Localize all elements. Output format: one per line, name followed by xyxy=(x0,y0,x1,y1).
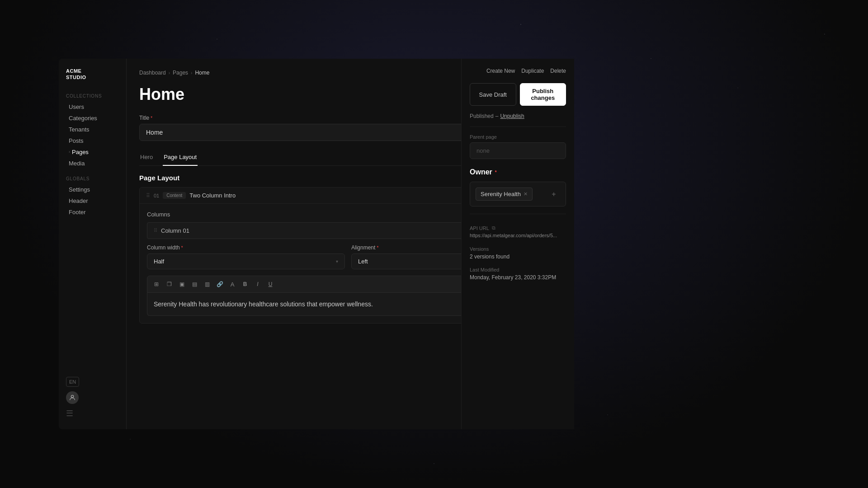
chevron-down-icon: ▾ xyxy=(336,259,338,264)
status-line: Published – Unpublish xyxy=(470,113,566,119)
create-new-link[interactable]: Create New xyxy=(486,68,515,74)
menu-icon[interactable]: ☰ xyxy=(66,408,79,418)
divider-1 xyxy=(470,127,566,127)
toolbar-btn-bold[interactable]: B xyxy=(240,279,250,290)
toolbar-btn-link[interactable]: 🔗 xyxy=(214,279,225,290)
sidebar-bottom: EN ☰ xyxy=(66,377,79,418)
divider-2 xyxy=(470,214,566,214)
versions-count: 2 versions found xyxy=(470,253,566,260)
api-url-value: https://api.metalgear.com/api/orders/5..… xyxy=(470,233,566,238)
sidebar-item-header[interactable]: Header xyxy=(66,195,119,206)
owner-tag: Serenity Health ✕ xyxy=(476,188,533,201)
publish-changes-button[interactable]: Publish changes xyxy=(520,83,566,106)
sidebar-item-tenants[interactable]: Tenants xyxy=(66,124,119,135)
delete-link[interactable]: Delete xyxy=(550,68,566,74)
toolbar-btn-italic[interactable]: I xyxy=(252,279,263,290)
collections-label: Collections xyxy=(66,94,119,99)
breadcrumb-dashboard[interactable]: Dashboard xyxy=(139,70,166,76)
top-actions: Create New Duplicate Delete xyxy=(470,68,566,74)
add-owner-button[interactable]: + xyxy=(547,188,560,201)
toolbar-btn-aa[interactable]: A xyxy=(227,279,238,290)
unpublish-link[interactable]: Unpublish xyxy=(500,113,524,119)
duplicate-link[interactable]: Duplicate xyxy=(521,68,544,74)
toolbar-btn-4[interactable]: ▤ xyxy=(189,279,200,290)
block-type: Content xyxy=(163,192,186,199)
tab-hero[interactable]: Hero xyxy=(139,150,154,166)
sidebar: ACME STUDIO Collections Users Categories… xyxy=(59,59,127,429)
copy-icon[interactable]: ⧉ xyxy=(492,225,495,231)
owner-section: Owner * Serenity Health ✕ + xyxy=(470,168,566,206)
column-drag-icon[interactable]: ⠿ xyxy=(154,228,157,234)
toolbar-btn-3[interactable]: ▣ xyxy=(176,279,187,290)
breadcrumb-sep-1: › xyxy=(169,70,170,75)
sidebar-item-media[interactable]: Media xyxy=(66,158,119,169)
column-name: Column 01 xyxy=(161,227,189,234)
sidebar-item-settings[interactable]: Settings xyxy=(66,184,119,195)
versions-section: Versions 2 versions found xyxy=(470,246,566,260)
globals-label: Globals xyxy=(66,176,119,181)
chevron-right-icon: › xyxy=(69,150,70,154)
block-number: 01 xyxy=(154,193,159,198)
owner-title: Owner * xyxy=(470,168,566,176)
right-panel: Create New Duplicate Delete Save Draft P… xyxy=(461,59,574,429)
column-width-group: Column width * Half ▾ xyxy=(147,244,345,269)
api-url-label: API URL ⧉ xyxy=(470,225,566,231)
owner-tag-close-icon[interactable]: ✕ xyxy=(524,191,528,197)
owner-box: Serenity Health ✕ + xyxy=(470,182,566,206)
breadcrumb-sep-2: › xyxy=(191,70,192,75)
svg-point-0 xyxy=(71,395,73,398)
save-draft-button[interactable]: Save Draft xyxy=(470,83,516,106)
logo: ACME STUDIO xyxy=(66,68,119,81)
versions-label: Versions xyxy=(470,246,566,252)
sidebar-item-categories[interactable]: Categories xyxy=(66,113,119,124)
logo-area: ACME STUDIO xyxy=(66,68,119,81)
last-modified-value: Monday, February 23, 2020 3:32PM xyxy=(470,274,566,281)
sidebar-item-pages[interactable]: › Pages xyxy=(66,146,119,158)
parent-page-input[interactable]: none xyxy=(470,142,566,159)
breadcrumb-current: Home xyxy=(195,70,209,76)
user-avatar[interactable] xyxy=(66,391,79,404)
language-badge[interactable]: EN xyxy=(66,377,79,387)
sidebar-item-users[interactable]: Users xyxy=(66,101,119,113)
column-width-label: Column width * xyxy=(147,244,345,251)
action-buttons: Save Draft Publish changes xyxy=(470,83,566,106)
owner-required-star: * xyxy=(495,170,497,175)
toolbar-btn-1[interactable]: ⊞ xyxy=(151,279,162,290)
toolbar-btn-2[interactable]: ❒ xyxy=(164,279,175,290)
breadcrumb-pages[interactable]: Pages xyxy=(173,70,188,76)
parent-page-label: Parent page xyxy=(470,134,566,140)
block-name: Two Column Intro xyxy=(189,192,236,199)
toolbar-btn-5[interactable]: ▥ xyxy=(202,279,212,290)
sidebar-item-posts[interactable]: Posts xyxy=(66,135,119,146)
required-star: * xyxy=(151,116,152,121)
tab-page-layout[interactable]: Page Layout xyxy=(163,150,198,166)
toolbar-btn-underline[interactable]: U xyxy=(265,279,276,290)
sidebar-item-footer[interactable]: Footer xyxy=(66,206,119,218)
last-modified-section: Last Modified Monday, February 23, 2020 … xyxy=(470,267,566,281)
last-modified-label: Last Modified xyxy=(470,267,566,272)
api-url-section: API URL ⧉ https://api.metalgear.com/api/… xyxy=(470,225,566,238)
drag-handle-icon[interactable]: ⠿ xyxy=(146,192,150,199)
column-width-select[interactable]: Half ▾ xyxy=(147,253,345,269)
